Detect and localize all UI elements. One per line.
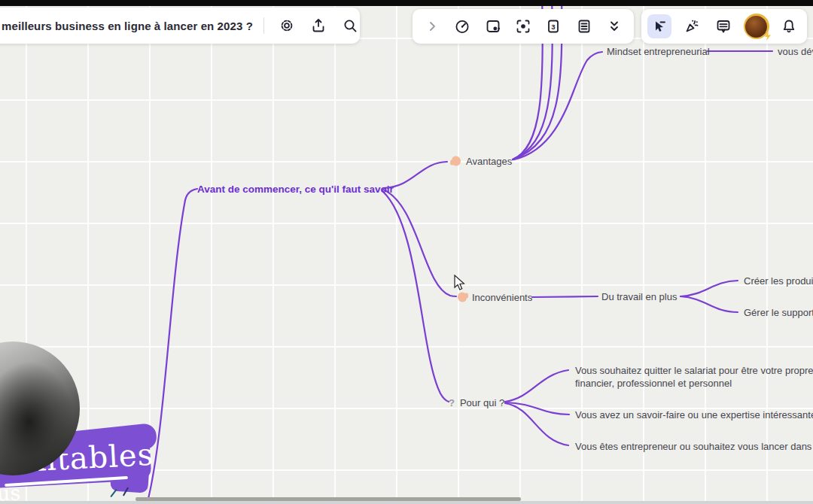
node-label-line2: financier, professionnel et personnel	[575, 377, 813, 390]
notes-icon	[575, 17, 593, 35]
question-mark-icon: ?	[449, 397, 455, 408]
document-toolbar: meilleurs business en ligne à lancer en …	[0, 8, 360, 44]
celebration-button[interactable]	[680, 14, 704, 38]
node-pq-item3[interactable]: Vous êtes entrepreneur ou souhaitez vous…	[575, 441, 813, 452]
search-button[interactable]	[338, 14, 362, 38]
node-mindset-child[interactable]: vous dév	[778, 46, 813, 57]
node-gerer-support[interactable]: Gérer le support	[744, 307, 813, 318]
settings-icon	[278, 17, 296, 35]
branch-root	[148, 189, 197, 502]
focus-icon	[514, 17, 532, 35]
branch-pq1	[505, 370, 568, 402]
frame-button[interactable]	[481, 14, 505, 38]
collaboration-toolbar	[641, 9, 807, 44]
frame-icon	[484, 17, 502, 35]
node-label: vous dév	[778, 46, 813, 57]
branch-pq2	[505, 402, 569, 414]
letterbox-bar-top	[0, 0, 813, 6]
document-title[interactable]: meilleurs business en ligne à lancer en …	[2, 20, 253, 32]
node-label: Du travail en plus	[601, 291, 677, 302]
branch-creer	[681, 281, 738, 296]
pages-icon: 3	[544, 17, 562, 35]
notifications-bell-icon	[780, 17, 798, 35]
expand-panel-button[interactable]	[420, 14, 444, 38]
bottom-edge-strip	[0, 501, 813, 504]
node-label: Inconvénients	[472, 292, 532, 303]
node-pour-qui[interactable]: ? Pour qui ?	[449, 397, 504, 408]
settings-button[interactable]	[275, 14, 299, 38]
pages-button[interactable]: 3	[541, 14, 565, 38]
node-avant-de-commencer[interactable]: Avant de commencer, ce qu'il faut savoir	[197, 184, 394, 195]
branch-pq3	[505, 403, 568, 445]
node-label: Vous avez un savoir-faire ou une experti…	[575, 409, 813, 421]
collapse-toolbar-button[interactable]	[602, 14, 626, 38]
focus-button[interactable]	[511, 14, 535, 38]
node-pq-item2[interactable]: Vous avez un savoir-faire ou une experti…	[575, 409, 813, 421]
notifications-button[interactable]	[777, 14, 801, 38]
collapse-chevrons-icon	[605, 17, 623, 35]
search-icon	[341, 17, 359, 35]
branch-mindset	[514, 52, 602, 159]
cursor-tool-icon	[650, 17, 668, 35]
node-label: Pour qui ?	[460, 397, 504, 408]
celebration-icon	[683, 17, 701, 35]
node-inconvenients[interactable]: Inconvénients	[458, 292, 532, 303]
node-label-line1: Vous souhaitez quitter le salariat pour …	[575, 364, 813, 377]
lightning-bolt-icon	[764, 32, 772, 41]
timer-button[interactable]	[450, 14, 474, 38]
node-pq-item1[interactable]: Vous souhaitez quitter le salariat pour …	[575, 364, 813, 390]
comment-icon	[714, 17, 732, 35]
node-creer-produits[interactable]: Créer les produit	[744, 275, 813, 287]
upload-icon	[309, 17, 327, 35]
cursor-tool-button[interactable]	[647, 14, 671, 38]
toolbar-divider	[263, 17, 264, 34]
expand-chevron-icon	[423, 17, 441, 35]
app-frame: Avant de commencer, ce qu'il faut savoir…	[0, 0, 813, 504]
view-toolbar: 3	[413, 9, 634, 44]
node-label: Mindset entrepreneurial	[607, 46, 710, 57]
node-label: Avantages	[466, 156, 512, 167]
branch-pour-qui	[382, 191, 449, 402]
thumbs-down-icon	[458, 293, 467, 302]
timer-icon	[453, 17, 471, 35]
comments-button[interactable]	[711, 14, 735, 38]
user-avatar[interactable]	[744, 14, 769, 39]
node-label: Gérer le support	[744, 307, 813, 318]
node-label: Avant de commencer, ce qu'il faut savoir	[197, 184, 394, 195]
node-label: Vous êtes entrepreneur ou souhaitez vous…	[575, 441, 813, 452]
node-avantages[interactable]: Avantages	[452, 156, 512, 167]
svg-text:3: 3	[552, 23, 556, 31]
horizontal-scrollbar[interactable]	[136, 497, 521, 501]
branch-du-travail	[532, 296, 598, 297]
video-banner-subtitle-partial: us	[0, 481, 21, 504]
mouse-pointer-cursor	[454, 275, 467, 291]
upload-button[interactable]	[306, 14, 330, 38]
node-mindset[interactable]: Mindset entrepreneurial	[607, 46, 710, 57]
thumbs-up-icon	[452, 156, 461, 166]
node-du-travail[interactable]: Du travail en plus	[601, 291, 677, 302]
notes-button[interactable]	[572, 14, 596, 38]
node-label: Créer les produit	[744, 275, 813, 287]
branch-gerer	[681, 296, 738, 312]
